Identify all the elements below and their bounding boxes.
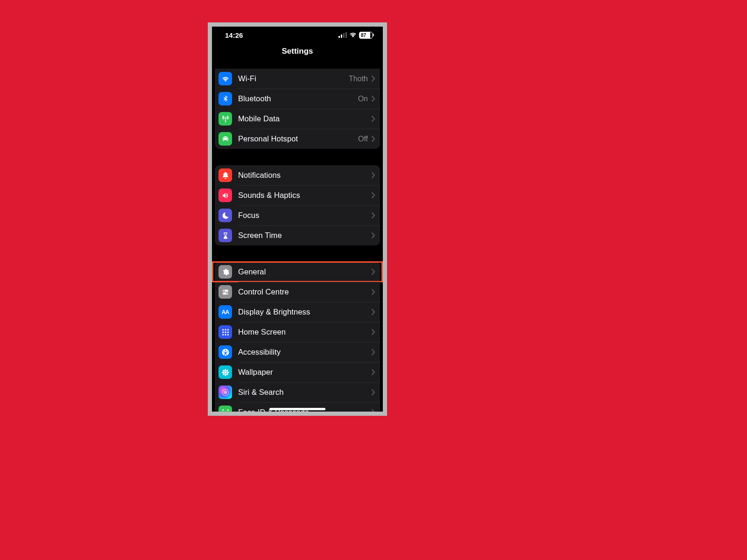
chevron-right-icon [370, 116, 380, 122]
row-label: Wallpaper [232, 368, 370, 377]
svg-rect-15 [225, 334, 226, 335]
chevron-right-icon [370, 369, 380, 375]
bluetooth-icon [218, 92, 232, 105]
svg-rect-0 [338, 36, 340, 38]
settings-row-display-brightness[interactable]: AADisplay & Brightness [215, 302, 380, 322]
svg-point-25 [226, 369, 228, 372]
svg-rect-9 [225, 329, 226, 330]
settings-group-system: GeneralControl CentreAADisplay & Brightn… [215, 262, 380, 412]
svg-point-26 [222, 372, 225, 375]
svg-point-19 [224, 371, 226, 373]
row-label: Sounds & Haptics [232, 191, 370, 200]
chevron-right-icon [370, 212, 380, 218]
siri-icon [218, 385, 232, 399]
settings-row-general[interactable]: General [215, 262, 380, 282]
row-label: Focus [232, 211, 370, 220]
svg-point-22 [222, 371, 224, 373]
row-label: Home Screen [232, 328, 370, 336]
row-label: Accessibility [232, 348, 370, 357]
settings-row-bluetooth[interactable]: BluetoothOn [215, 89, 380, 109]
faceid-icon [218, 406, 232, 412]
chevron-right-icon [370, 329, 380, 335]
svg-rect-12 [225, 331, 226, 333]
svg-rect-2 [343, 33, 345, 38]
battery-indicator: 87 [359, 32, 373, 39]
settings-row-screen-time[interactable]: Screen Time [215, 225, 380, 245]
svg-point-18 [225, 350, 226, 351]
svg-point-21 [225, 373, 226, 376]
settings-group-attention: NotificationsSounds & HapticsFocusScreen… [215, 165, 380, 245]
home-indicator[interactable] [269, 408, 325, 410]
settings-row-wallpaper[interactable]: Wallpaper [215, 362, 380, 382]
chevron-right-icon [370, 172, 380, 178]
svg-rect-10 [227, 329, 228, 330]
accessibility-icon [218, 345, 232, 359]
settings-row-notifications[interactable]: Notifications [215, 165, 380, 185]
status-bar: 14:26 87 [212, 27, 383, 43]
svg-point-31 [226, 411, 227, 412]
settings-group-connectivity: Wi-FiThothBluetoothOnMobile DataPersonal… [215, 69, 380, 149]
svg-point-23 [226, 371, 229, 373]
chevron-right-icon [370, 309, 380, 315]
settings-row-home-screen[interactable]: Home Screen [215, 322, 380, 342]
row-label: Personal Hotspot [232, 134, 358, 143]
svg-point-29 [224, 391, 227, 394]
svg-rect-3 [345, 32, 347, 38]
chevron-right-icon [370, 389, 380, 395]
chevron-right-icon [370, 289, 380, 295]
status-indicators: 87 [338, 32, 373, 39]
chevron-right-icon [370, 136, 380, 142]
page-title: Settings [212, 43, 383, 61]
wifi-status-icon [349, 32, 357, 38]
settings-row-mobile-data[interactable]: Mobile Data [215, 109, 380, 129]
chevron-right-icon [370, 76, 380, 82]
settings-row-wifi[interactable]: Wi-FiThoth [215, 69, 380, 89]
row-value: Off [358, 135, 370, 143]
svg-point-30 [224, 411, 225, 412]
svg-rect-14 [222, 334, 224, 335]
chevron-right-icon [370, 409, 380, 412]
svg-rect-1 [341, 35, 342, 38]
speaker-icon [218, 189, 232, 202]
row-value: Thoth [349, 75, 370, 83]
settings-row-personal-hotspot[interactable]: Personal HotspotOff [215, 129, 380, 149]
svg-point-24 [222, 369, 225, 372]
hotspot-icon [218, 132, 232, 146]
row-label: Screen Time [232, 231, 370, 240]
svg-point-27 [226, 372, 228, 375]
hourglass-icon [218, 229, 232, 242]
flower-icon [218, 365, 232, 379]
chevron-right-icon [370, 269, 380, 275]
antenna-icon [218, 112, 232, 126]
settings-list[interactable]: Wi-FiThothBluetoothOnMobile DataPersonal… [212, 69, 383, 412]
settings-row-sounds-haptics[interactable]: Sounds & Haptics [215, 185, 380, 205]
settings-row-siri-search[interactable]: Siri & Search [215, 382, 380, 402]
row-label: Notifications [232, 171, 370, 180]
row-label: Siri & Search [232, 388, 370, 397]
svg-point-5 [223, 290, 225, 291]
settings-row-focus[interactable]: Focus [215, 205, 380, 225]
gear-icon [218, 265, 232, 279]
status-time: 14:26 [225, 31, 243, 39]
settings-row-control-centre[interactable]: Control Centre [215, 282, 380, 302]
row-label: Wi-Fi [232, 74, 349, 83]
chevron-right-icon [370, 349, 380, 355]
svg-rect-11 [222, 331, 224, 333]
svg-rect-16 [227, 334, 228, 335]
settings-row-accessibility[interactable]: Accessibility [215, 342, 380, 362]
row-label: General [232, 267, 370, 276]
row-label: Display & Brightness [232, 308, 370, 316]
settings-row-faceid-passcode[interactable]: Face ID & Passcode [215, 402, 380, 412]
row-label: Bluetooth [232, 94, 358, 103]
screen: 14:26 87 Settings Wi-FiThothBluetoothOnM… [212, 27, 383, 412]
row-label: Mobile Data [232, 114, 370, 123]
switches-icon [218, 285, 232, 299]
aa-icon: AA [218, 305, 232, 319]
cellular-icon [338, 32, 347, 38]
grid-icon [218, 325, 232, 339]
chevron-right-icon [370, 232, 380, 238]
svg-point-7 [226, 293, 227, 294]
row-value: On [358, 95, 370, 103]
moon-icon [218, 209, 232, 222]
phone-frame: 14:26 87 Settings Wi-FiThothBluetoothOnM… [208, 22, 387, 416]
